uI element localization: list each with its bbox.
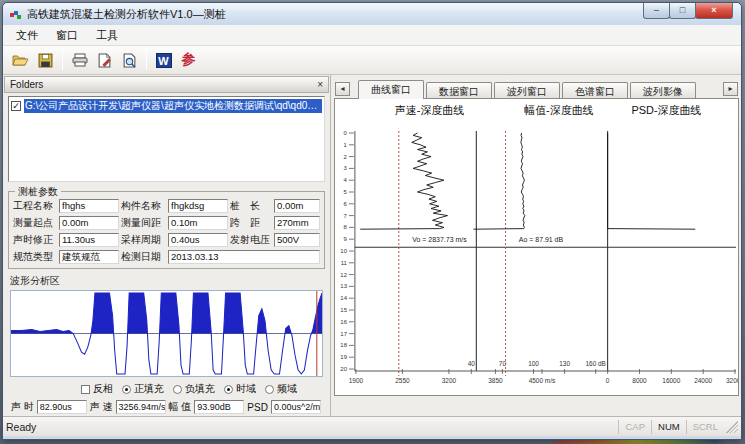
invert-checkbox[interactable]: 反相 [81, 382, 113, 396]
param-field[interactable]: 建筑规范 [59, 250, 119, 264]
readout-label-0: 声 时 [11, 400, 34, 414]
tab-scroll-left-icon[interactable]: ◂ [335, 82, 350, 96]
param-field[interactable]: 11.30us [59, 233, 119, 247]
folder-item[interactable]: ✓G:\公司产品设计开发\超声仪器\超声仪实地检测数据调试\qd\qd03\qd… [11, 99, 322, 113]
svg-text:3850: 3850 [488, 377, 503, 384]
print-setup-button[interactable] [92, 48, 117, 72]
tab-4[interactable]: 波列影像 [630, 82, 696, 98]
readout-field-3[interactable]: 0.00us^2/m [271, 400, 321, 414]
menu-bar: 文件窗口工具 [3, 25, 741, 46]
folders-close-icon[interactable]: × [317, 80, 323, 90]
status-indicator-2: SCRL [686, 420, 724, 434]
print-button[interactable] [67, 48, 92, 72]
charts-svg: 01234567891011121314151617181920声速-深度曲线1… [335, 99, 738, 395]
param-field[interactable]: 500V [274, 233, 320, 247]
radio-icon [224, 385, 233, 394]
radio-option-3[interactable]: 频域 [265, 382, 297, 396]
param-label: 检测日期 [121, 250, 166, 264]
svg-text:8000: 8000 [632, 377, 647, 384]
svg-text:15: 15 [340, 307, 347, 313]
maximize-button[interactable]: □ [669, 3, 696, 19]
radio-option-1[interactable]: 负填充 [173, 382, 215, 396]
wave-svg [11, 291, 322, 376]
svg-text:1900: 1900 [349, 377, 364, 384]
svg-text:130: 130 [559, 360, 570, 367]
svg-text:32000: 32000 [726, 377, 738, 384]
status-indicators: CAPNUMSCRL [618, 417, 724, 436]
svg-text:17: 17 [340, 331, 347, 337]
svg-text:16000: 16000 [662, 377, 680, 384]
tabs-container: 曲线窗口数据窗口波列窗口色谱窗口波列影像 [358, 80, 698, 98]
param-field[interactable]: 0.00m [274, 199, 320, 213]
svg-text:Ao = 87.91 dB: Ao = 87.91 dB [519, 236, 564, 243]
param-label: 桩 长 [230, 199, 272, 213]
waveform-display[interactable] [10, 290, 323, 377]
folders-list[interactable]: ✓G:\公司产品设计开发\超声仪器\超声仪实地检测数据调试\qd\qd03\qd… [8, 96, 325, 182]
svg-text:幅值-深度曲线: 幅值-深度曲线 [524, 104, 593, 116]
readout-field-2[interactable]: 93.90dB [194, 400, 244, 414]
preview-icon [122, 53, 137, 68]
pile-params-title: 测桩参数 [15, 185, 61, 199]
svg-text:10: 10 [340, 248, 347, 254]
param-field[interactable]: fhghs [59, 199, 119, 213]
param-label: 规范类型 [13, 250, 57, 264]
param-field[interactable]: fhgkdsg [168, 199, 228, 213]
tab-2[interactable]: 波列窗口 [494, 82, 560, 98]
word-icon: W [156, 53, 172, 68]
checkbox-icon[interactable]: ✓ [11, 101, 21, 111]
param-field[interactable]: 0.00m [59, 216, 119, 230]
folders-header: Folders × [4, 76, 329, 93]
readout-label-3: PSD [247, 402, 268, 413]
main-area: Folders × ✓G:\公司产品设计开发\超声仪器\超声仪实地检测数据调试\… [3, 75, 741, 416]
svg-text:4500 m/s: 4500 m/s [529, 377, 556, 384]
svg-text:160 dB: 160 dB [585, 360, 605, 367]
print-preview-button[interactable] [117, 48, 142, 72]
minimize-button[interactable]: – [643, 3, 670, 19]
waveform-area-title: 波形分析区 [10, 274, 330, 288]
tab-scroll-right-icon[interactable]: ▸ [723, 82, 738, 96]
params-grid: 工程名称fhghs构件名称fhgkdsg桩 长0.00m测量起点0.00m测量间… [13, 199, 320, 264]
right-panel: ◂ 曲线窗口数据窗口波列窗口色谱窗口波列影像 ▸ 012345678910111… [332, 75, 741, 416]
menu-item-0[interactable]: 文件 [7, 26, 47, 45]
param-field[interactable]: 2013.03.13 [168, 250, 320, 264]
menu-item-2[interactable]: 工具 [87, 26, 127, 45]
tab-1[interactable]: 数据窗口 [426, 82, 492, 98]
menu-item-1[interactable]: 窗口 [47, 26, 87, 45]
open-button[interactable] [8, 48, 33, 72]
svg-text:4: 4 [344, 177, 348, 183]
app-icon [10, 8, 22, 20]
save-button[interactable] [33, 48, 58, 72]
radio-label: 频域 [277, 382, 297, 396]
param-label: 构件名称 [121, 199, 166, 213]
param-field[interactable]: 0.40us [168, 233, 228, 247]
title-bar[interactable]: 高铁建筑混凝土检测分析软件V1.0—测桩 – □ × [3, 3, 741, 25]
svg-text:5: 5 [344, 189, 348, 195]
param-icon: 参 [182, 51, 196, 69]
toolbar-separator [62, 50, 63, 70]
curves-window[interactable]: 01234567891011121314151617181920声速-深度曲线1… [334, 98, 739, 396]
readout-field-0[interactable]: 82.90us [37, 400, 87, 414]
svg-text:PSD-深度曲线: PSD-深度曲线 [631, 104, 701, 116]
param-field[interactable]: 270mm [274, 216, 320, 230]
close-button[interactable]: × [695, 3, 733, 19]
svg-text:12: 12 [340, 272, 347, 278]
wave-options-row: 反相正填充负填充时域频域 [81, 382, 326, 396]
resize-grip[interactable] [726, 421, 738, 433]
parameters-button[interactable]: 参 [176, 48, 201, 72]
readout-field-1[interactable]: 3256.94m/s [116, 400, 166, 414]
param-label: 发射电压 [230, 233, 272, 247]
status-bar: Ready CAPNUMSCRL [3, 416, 741, 436]
svg-text:0: 0 [344, 130, 348, 136]
radio-option-0[interactable]: 正填充 [122, 382, 164, 396]
tab-3[interactable]: 色谱窗口 [562, 82, 628, 98]
radio-option-2[interactable]: 时域 [224, 382, 256, 396]
param-field[interactable]: 0.10m [168, 216, 228, 230]
word-export-button[interactable]: W [151, 48, 176, 72]
tab-0[interactable]: 曲线窗口 [358, 80, 424, 99]
radio-label: 正填充 [134, 382, 164, 396]
svg-text:2: 2 [344, 154, 348, 160]
svg-text:7: 7 [344, 213, 348, 219]
param-label: 测量间距 [121, 216, 166, 230]
folder-path: G:\公司产品设计开发\超声仪器\超声仪实地检测数据调试\qd\qd03\qd0… [24, 99, 322, 113]
window-title: 高铁建筑混凝土检测分析软件V1.0—测桩 [27, 7, 226, 22]
